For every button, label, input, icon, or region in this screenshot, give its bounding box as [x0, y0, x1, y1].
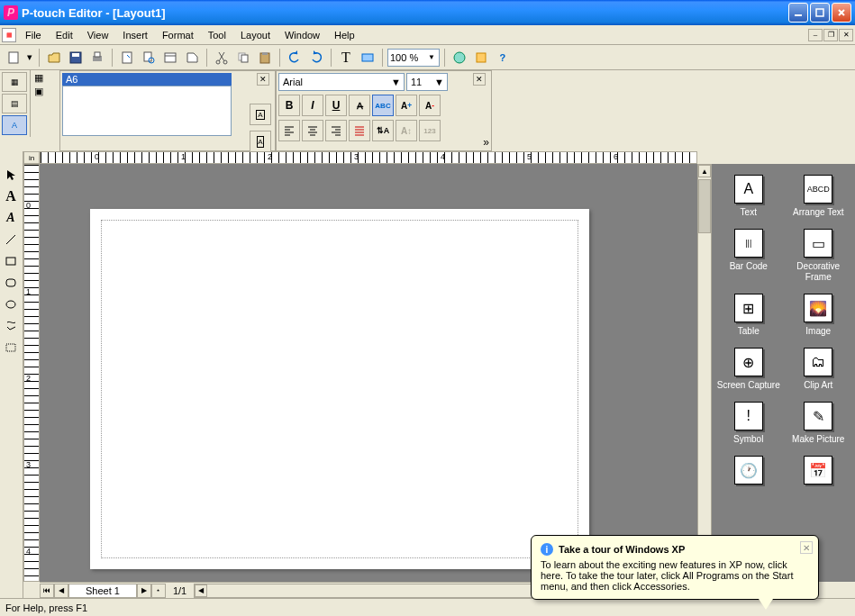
vertical-text-tool[interactable]: A	[0, 207, 22, 229]
underline-button[interactable]: U	[325, 95, 347, 116]
strikethrough-button[interactable]: A̶	[349, 95, 370, 116]
object-make-picture[interactable]: ✎Make Picture	[786, 402, 852, 445]
menu-tool[interactable]: Tool	[201, 28, 233, 42]
label-button[interactable]	[182, 48, 202, 68]
align-right-button[interactable]	[325, 120, 347, 141]
object-screen-capture[interactable]: ⊕Screen Capture	[715, 348, 782, 391]
copy-button[interactable]	[233, 48, 253, 68]
polygon-tool[interactable]	[0, 315, 22, 337]
mdi-minimize[interactable]: –	[808, 29, 823, 41]
close-button[interactable]	[832, 3, 851, 23]
rounded-rect-tool[interactable]	[0, 272, 22, 294]
orientation-landscape-button[interactable]: A	[250, 131, 271, 152]
object-clipart[interactable]: 🗂Clip Art	[786, 348, 852, 391]
balloon-close-button[interactable]: ✕	[800, 541, 813, 554]
font-family-dropdown[interactable]: ▼	[278, 73, 405, 91]
canvas-viewport[interactable]	[40, 164, 697, 582]
object-decorative-frame[interactable]: ▭Decorative Frame	[786, 229, 852, 283]
chevron-down-icon[interactable]: ▼	[434, 77, 444, 87]
paste-button[interactable]	[255, 48, 275, 68]
object-calendar[interactable]: 📅	[786, 456, 852, 488]
object-text[interactable]: AText	[715, 175, 782, 218]
font-size-dropdown[interactable]: ▼	[406, 73, 448, 91]
cut-button[interactable]	[212, 48, 232, 68]
paper-panel-close[interactable]: ✕	[257, 73, 269, 86]
menu-help[interactable]: Help	[327, 28, 362, 42]
tab-first[interactable]: ⏮	[40, 584, 54, 598]
maximize-button[interactable]	[810, 3, 830, 23]
select-tool[interactable]	[0, 164, 22, 186]
help-button[interactable]: ?	[493, 48, 513, 68]
menu-layout[interactable]: Layout	[233, 28, 277, 42]
orientation-portrait-button[interactable]: A	[250, 104, 271, 125]
object-image[interactable]: 🌄Image	[786, 294, 852, 337]
tab-add[interactable]: ⋆	[151, 584, 166, 598]
open-button[interactable]	[44, 48, 64, 68]
zoom-input[interactable]	[390, 52, 426, 63]
text-tool-button[interactable]: T	[336, 48, 356, 68]
align-left-button[interactable]	[278, 120, 300, 141]
freeform-tool[interactable]	[0, 337, 22, 358]
redo-button[interactable]	[306, 48, 326, 68]
object-table[interactable]: ⊞Table	[715, 294, 782, 337]
numbering-button[interactable]: 123	[419, 120, 441, 141]
align-justify-button[interactable]	[349, 120, 370, 141]
object-barcode[interactable]: |||Bar Code	[715, 229, 782, 283]
sheet-tab[interactable]: Sheet 1	[68, 584, 137, 598]
align-center-button[interactable]	[302, 120, 323, 141]
mdi-restore[interactable]: ❐	[823, 29, 838, 41]
object-arrange-text[interactable]: ABCDArrange Text	[786, 175, 852, 218]
menu-edit[interactable]: Edit	[49, 28, 80, 42]
zoom-dropdown[interactable]: ▼	[387, 49, 440, 67]
vertical-text-button[interactable]: ⇅A	[372, 120, 394, 141]
mdi-close[interactable]: ✕	[839, 29, 853, 41]
tour-balloon[interactable]: ✕ i Take a tour of Windows XP To learn a…	[531, 535, 819, 600]
frame-button[interactable]	[358, 48, 377, 68]
print-button[interactable]	[87, 48, 107, 68]
menu-insert[interactable]: Insert	[115, 28, 155, 42]
page-setup-button[interactable]	[117, 48, 137, 68]
database-button[interactable]	[450, 48, 469, 68]
sidebar-btn-2[interactable]: ▤	[2, 94, 27, 113]
font-size-input[interactable]	[411, 77, 434, 87]
menu-view[interactable]: View	[80, 28, 116, 42]
ruler-vertical[interactable]: 01234	[23, 164, 40, 582]
text-panel-close[interactable]: ✕	[473, 73, 486, 86]
save-button[interactable]	[66, 48, 86, 68]
sidebar-btn-3[interactable]: A	[2, 115, 27, 135]
tab-prev[interactable]: ◀	[54, 584, 68, 598]
paper[interactable]	[90, 209, 589, 569]
minimize-button[interactable]	[788, 3, 808, 23]
increase-font-button[interactable]: A+	[396, 95, 417, 116]
layout-button[interactable]	[160, 48, 180, 68]
bold-button[interactable]: B	[278, 95, 300, 116]
line-tool[interactable]	[0, 229, 22, 250]
ruler-unit[interactable]: in	[23, 151, 40, 164]
new-dropdown[interactable]: ▾	[25, 48, 34, 68]
new-button[interactable]	[4, 48, 23, 68]
more-options-button[interactable]: »	[483, 136, 489, 149]
chevron-down-icon[interactable]: ▼	[426, 53, 437, 61]
sidebar-btn-5[interactable]: ▣	[34, 86, 56, 97]
ellipse-tool[interactable]	[0, 294, 22, 315]
options-button[interactable]	[471, 48, 491, 68]
object-datetime[interactable]: 🕐	[715, 456, 782, 488]
font-family-input[interactable]	[283, 77, 391, 87]
scroll-up-button[interactable]: ▲	[698, 165, 711, 177]
text-tool[interactable]: A	[0, 186, 22, 207]
menu-format[interactable]: Format	[155, 28, 201, 42]
print-preview-button[interactable]	[139, 48, 159, 68]
undo-button[interactable]	[285, 48, 305, 68]
scroll-left-button[interactable]: ◀	[195, 584, 207, 597]
ruler-horizontal[interactable]: 01234567	[40, 151, 697, 164]
object-symbol[interactable]: !Symbol	[715, 402, 782, 445]
text-dir-button[interactable]: A↕	[396, 120, 417, 141]
menu-window[interactable]: Window	[277, 28, 327, 42]
tab-next[interactable]: ▶	[137, 584, 151, 598]
menu-file[interactable]: File	[18, 28, 49, 42]
italic-button[interactable]: I	[302, 95, 323, 116]
chevron-down-icon[interactable]: ▼	[391, 77, 401, 87]
decrease-font-button[interactable]: A-	[419, 95, 441, 116]
spellcheck-button[interactable]: ABC	[372, 95, 394, 116]
vertical-scrollbar[interactable]: ▲ ▼	[697, 164, 712, 582]
